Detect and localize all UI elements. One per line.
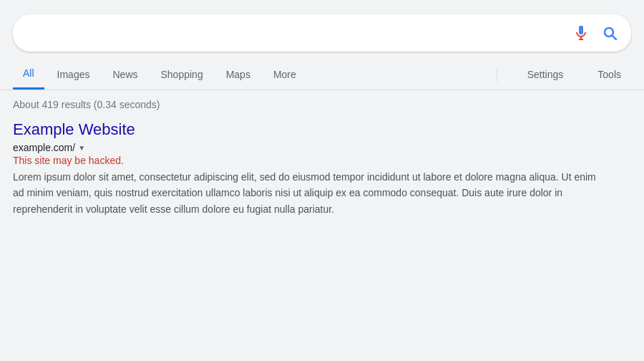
search-icons — [572, 24, 618, 42]
tab-all[interactable]: All — [13, 59, 44, 90]
tab-images[interactable]: Images — [47, 60, 100, 89]
tab-shopping[interactable]: Shopping — [151, 60, 213, 89]
tab-news[interactable]: News — [102, 60, 147, 89]
tabs-right: Settings Tools — [491, 60, 631, 89]
tabs-container: All Images News Shopping Maps More Setti… — [0, 59, 644, 90]
mic-icon[interactable] — [572, 24, 590, 42]
tab-tools[interactable]: Tools — [587, 60, 631, 89]
results-info: About 419 results (0.34 seconds) — [0, 90, 644, 115]
search-icon[interactable] — [601, 24, 618, 42]
dropdown-arrow-icon[interactable]: ▼ — [78, 144, 85, 152]
search-bar-container: example.com/ — [0, 0, 644, 52]
result-url: example.com/ — [13, 142, 75, 153]
search-input[interactable]: example.com/ — [26, 26, 572, 41]
result-title[interactable]: Example Website — [13, 120, 602, 139]
tabs-divider — [497, 67, 497, 82]
tab-settings[interactable]: Settings — [517, 60, 574, 89]
tabs-left: All Images News Shopping Maps More — [13, 59, 306, 90]
results-container: Example Website example.com/ ▼ This site… — [0, 115, 615, 223]
result-url-row: example.com/ ▼ — [13, 142, 602, 153]
tab-more[interactable]: More — [263, 60, 306, 89]
tab-maps[interactable]: Maps — [216, 60, 260, 89]
search-bar: example.com/ — [13, 14, 631, 52]
result-snippet: Lorem ipsum dolor sit amet, consectetur … — [13, 169, 600, 217]
hacked-warning: This site may be hacked. — [13, 155, 602, 166]
